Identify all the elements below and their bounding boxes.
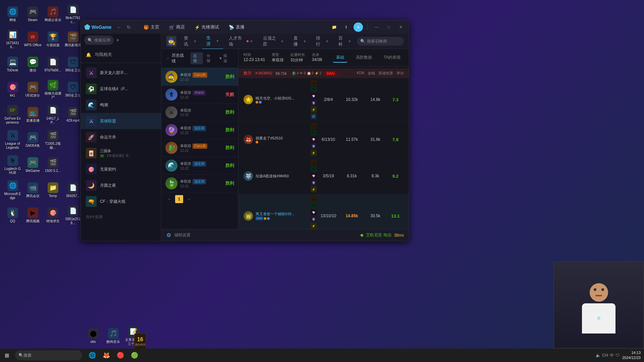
sub-nav-live[interactable]: 直播 ▼ bbox=[289, 34, 310, 49]
desktop-icon-file1[interactable]: 📄 9b4c7761c... bbox=[64, 3, 82, 25]
match-item-0[interactable]: 🧙 单双排 Carry局 12-23 胜利 bbox=[161, 68, 238, 86]
taskbar-app-edge[interactable]: 🌐 bbox=[86, 349, 99, 362]
search-icon: 🔍 bbox=[88, 38, 93, 43]
close-button[interactable]: ✕ bbox=[396, 22, 406, 32]
desktop-icon-t1[interactable]: 🎬 T1005.2视频... bbox=[44, 129, 62, 151]
desktop-icon-esports[interactable]: 🏆 今競技版 bbox=[44, 28, 62, 50]
desktop-icon-gm[interactable]: 🎮 GM354鱼 bbox=[23, 129, 42, 151]
desktop-icon-todesk[interactable]: 💻 ToDesk bbox=[3, 54, 22, 75]
match-item-1[interactable]: 🗡 单双排 用辅助 12-22 失败 bbox=[161, 86, 238, 104]
desktop-icon-kk[interactable]: 🎯 kk1 bbox=[3, 79, 22, 101]
filter-button[interactable]: ▼ 筛选 bbox=[216, 52, 233, 64]
desktop-icon-mp4[interactable]: 🎬 429.mp4 bbox=[64, 104, 82, 126]
sub-nav-news[interactable]: 资讯 ▼ bbox=[180, 34, 201, 49]
desktop-icon-tencent-video3[interactable]: ▶ 腾讯视频 bbox=[23, 204, 42, 226]
desktop-icon-ueyou[interactable]: 🎮 UE优游台 bbox=[23, 79, 42, 101]
sidebar-related[interactable]: 🔔 与我相关 bbox=[81, 48, 161, 61]
user-avatar[interactable]: A bbox=[354, 22, 363, 32]
start-button[interactable]: ⊞ bbox=[0, 349, 13, 362]
nav-live[interactable]: 📡 直播 bbox=[225, 22, 249, 32]
desktop-icon-tencent-meeting[interactable]: 📹 腾讯会议 bbox=[23, 179, 42, 201]
prev-page-button[interactable]: ← bbox=[165, 195, 173, 203]
desktop-icon-file5[interactable]: 📄 5951e2518... bbox=[64, 204, 82, 226]
time-stat: 时间 12-23 13:41 bbox=[244, 52, 265, 63]
sub-nav-ranking[interactable]: 排行 ▼ bbox=[312, 34, 333, 49]
desktop-icon-wps[interactable]: W WPS Office bbox=[23, 28, 42, 50]
profile-avatar[interactable]: 🧙 bbox=[166, 36, 176, 47]
sidebar-game-1[interactable]: ⚔ 新天龙八部不... bbox=[81, 65, 161, 81]
desktop-icon-lol[interactable]: ⚔ League of Legends bbox=[3, 129, 22, 151]
sidebar-game-7[interactable]: 🎯 无畏契约 bbox=[81, 161, 161, 177]
match-type-3: 单双排 顶压局 bbox=[180, 126, 223, 131]
desktop-icon-video2[interactable]: 🎬 1920 5.2... bbox=[44, 154, 62, 176]
desktop-icon-tencent-video2[interactable]: 🎬 腾讯影视库 bbox=[64, 28, 82, 50]
taskbar-app-green[interactable]: 🟢 bbox=[128, 349, 141, 362]
desktop-icon-broadcast[interactable]: 📺 直播直播 bbox=[23, 104, 42, 126]
match-tag-6: 顶压局 bbox=[193, 179, 206, 184]
forward-button[interactable]: ↻ bbox=[125, 23, 133, 31]
ueyou-icon: 🎮 bbox=[28, 82, 38, 93]
desktop-icon-file3[interactable]: 📄 14817_LP... bbox=[44, 104, 62, 126]
match-item-2[interactable]: ⚔ 单双排 12-22 胜利 bbox=[161, 104, 238, 121]
sidebar-game-lol[interactable]: ⚔ 英雄联盟 bbox=[81, 113, 161, 129]
col-kda-label: KDA bbox=[357, 71, 364, 76]
download-button[interactable]: ⬇ bbox=[341, 22, 351, 32]
sidebar-game-8[interactable]: 🌙 月圆之夜 bbox=[81, 177, 161, 193]
desktop-icon-excel[interactable]: 📊 16734316... bbox=[3, 28, 22, 50]
desktop-icon-qq[interactable]: 🐧 QQ bbox=[3, 204, 22, 226]
desktop-icon-netease[interactable]: 🎵 网易云音乐 bbox=[44, 3, 62, 25]
match-type-6: 单双排 顶压局 bbox=[180, 179, 223, 184]
taskbar-search[interactable]: 🔍 搜索 bbox=[15, 350, 82, 360]
sidebar-search-bar[interactable]: 🔍 搜索应用 bbox=[84, 36, 114, 45]
nav-shop[interactable]: 🛒 商店 bbox=[165, 22, 189, 32]
sub-nav-tft[interactable]: 云顶之弈 ▼ bbox=[259, 34, 288, 49]
sidebar-game-9[interactable]: 🔫 CF：穿越火线 bbox=[81, 193, 161, 209]
desktop-icon-360[interactable]: 🛡 360全卫士 bbox=[64, 54, 82, 75]
tab-total[interactable]: 总报 bbox=[191, 52, 203, 64]
desktop-icon-steam[interactable]: 🎮 Steam bbox=[23, 3, 42, 25]
desktop-icon-network[interactable]: 🌐 网络 bbox=[3, 3, 22, 25]
sub-nav-wiki[interactable]: 百科 ▼ bbox=[334, 34, 355, 49]
tab-basic[interactable]: 基础 bbox=[333, 53, 347, 63]
sidebar-game-6[interactable]: 🀄 三国杀 N【年度庆典】开... bbox=[81, 145, 161, 161]
desktop-icon-temp[interactable]: 📁 Temp bbox=[44, 179, 62, 201]
match-item-3[interactable]: 🔮 单双排 顶压局 12-22 胜利 bbox=[161, 121, 238, 139]
tab-detail[interactable]: 分报 bbox=[204, 52, 216, 64]
sidebar-game-5[interactable]: 🚀 命运方舟 bbox=[81, 129, 161, 145]
desktop-icon-pvz[interactable]: 🌿 植物大战僵尸 bbox=[44, 79, 62, 101]
nav-test[interactable]: ⚡ 先锋测试 bbox=[191, 22, 223, 32]
desktop-icon-geforce[interactable]: GF GeFore Experience bbox=[3, 104, 22, 126]
minimize-button[interactable]: — bbox=[372, 22, 381, 32]
desktop-icon-edge[interactable]: 🌐 Microsoft Edge bbox=[3, 179, 22, 201]
back-button[interactable]: ← bbox=[115, 23, 123, 31]
desktop-icon-360-2[interactable]: 🛡 360全卫士 bbox=[64, 79, 82, 101]
player-score-lose-1: 7.8 bbox=[387, 137, 404, 142]
sub-nav-market[interactable]: 人才市场 ▼ bbox=[225, 34, 257, 49]
folder-button[interactable]: 📁 bbox=[329, 22, 339, 32]
taskbar-search-icon: 🔍 bbox=[18, 353, 23, 358]
desktop-icon-survival[interactable]: 🎯 绝地求生 bbox=[44, 204, 62, 226]
tab-advanced[interactable]: 高阶数据 bbox=[353, 53, 375, 63]
maximize-button[interactable]: □ bbox=[384, 22, 393, 32]
desktop-icon-obs[interactable]: ⬤ obs bbox=[84, 325, 102, 347]
add-app-button[interactable]: + bbox=[114, 36, 122, 44]
summoner-search[interactable]: 🔍 搜索召唤师 bbox=[357, 37, 404, 46]
desktop-icon-file4[interactable]: 📄 364267... bbox=[64, 179, 82, 201]
taskbar-app-browser[interactable]: 🦊 bbox=[100, 349, 113, 362]
sidebar-game-3[interactable]: 🌊 鸣潮 bbox=[81, 97, 161, 113]
taskbar-app-red[interactable]: 🔴 bbox=[114, 349, 127, 362]
nav-home[interactable]: 🎁 主页 bbox=[140, 22, 163, 32]
match-item-5[interactable]: 🌊 单双排 顶压局 12-22 胜利 bbox=[161, 157, 238, 175]
sub-nav-career[interactable]: 生涯 ▼ bbox=[202, 34, 223, 49]
desktop-icon-logitech[interactable]: 🖱 Logitech G HUB bbox=[3, 154, 22, 176]
desktop-icon-kugou[interactable]: 🎵 酷狗音乐 bbox=[104, 325, 122, 347]
desktop-icon-wegame-desktop[interactable]: 🎮 WeGame bbox=[23, 154, 42, 176]
tab-performance[interactable]: TA的表现 bbox=[380, 53, 404, 63]
wegame-logo: ⬟ WeGame bbox=[84, 23, 112, 31]
sidebar-game-2[interactable]: ⚽ 足球在线4（F... bbox=[81, 81, 161, 97]
next-page-button[interactable]: → bbox=[185, 195, 193, 203]
desktop-icon-file2[interactable]: 📄 97d7fa56... bbox=[44, 54, 62, 75]
match-item-4[interactable]: 🐉 单双排 Carry局 12-22 胜利 bbox=[161, 139, 238, 157]
desktop-icon-wechat[interactable]: 💬 微信 bbox=[23, 54, 42, 75]
match-item-6[interactable]: 🍃 单双排 顶压局 12-21 胜利 bbox=[161, 175, 238, 192]
